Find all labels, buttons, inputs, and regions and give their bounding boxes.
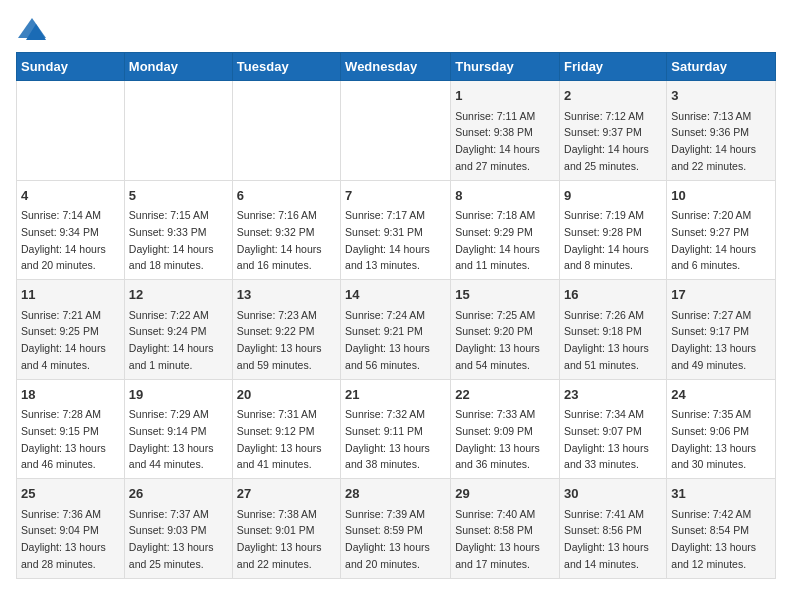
day-info: Sunrise: 7:28 AM Sunset: 9:15 PM Dayligh… [21, 408, 106, 470]
week-row-2: 4Sunrise: 7:14 AM Sunset: 9:34 PM Daylig… [17, 180, 776, 280]
day-number: 14 [345, 285, 446, 305]
day-cell: 21Sunrise: 7:32 AM Sunset: 9:11 PM Dayli… [341, 379, 451, 479]
logo [16, 16, 52, 44]
day-number: 27 [237, 484, 336, 504]
day-cell: 22Sunrise: 7:33 AM Sunset: 9:09 PM Dayli… [451, 379, 560, 479]
day-cell: 27Sunrise: 7:38 AM Sunset: 9:01 PM Dayli… [232, 479, 340, 579]
day-cell: 15Sunrise: 7:25 AM Sunset: 9:20 PM Dayli… [451, 280, 560, 380]
day-number: 26 [129, 484, 228, 504]
day-number: 10 [671, 186, 771, 206]
day-cell: 6Sunrise: 7:16 AM Sunset: 9:32 PM Daylig… [232, 180, 340, 280]
day-cell: 11Sunrise: 7:21 AM Sunset: 9:25 PM Dayli… [17, 280, 125, 380]
day-info: Sunrise: 7:27 AM Sunset: 9:17 PM Dayligh… [671, 309, 756, 371]
day-info: Sunrise: 7:34 AM Sunset: 9:07 PM Dayligh… [564, 408, 649, 470]
weekday-header-sunday: Sunday [17, 53, 125, 81]
day-cell: 23Sunrise: 7:34 AM Sunset: 9:07 PM Dayli… [560, 379, 667, 479]
day-info: Sunrise: 7:33 AM Sunset: 9:09 PM Dayligh… [455, 408, 540, 470]
day-info: Sunrise: 7:38 AM Sunset: 9:01 PM Dayligh… [237, 508, 322, 570]
day-cell: 19Sunrise: 7:29 AM Sunset: 9:14 PM Dayli… [124, 379, 232, 479]
day-number: 21 [345, 385, 446, 405]
day-number: 15 [455, 285, 555, 305]
day-cell: 24Sunrise: 7:35 AM Sunset: 9:06 PM Dayli… [667, 379, 776, 479]
day-cell: 18Sunrise: 7:28 AM Sunset: 9:15 PM Dayli… [17, 379, 125, 479]
day-info: Sunrise: 7:14 AM Sunset: 9:34 PM Dayligh… [21, 209, 106, 271]
weekday-header-friday: Friday [560, 53, 667, 81]
day-number: 5 [129, 186, 228, 206]
day-cell: 17Sunrise: 7:27 AM Sunset: 9:17 PM Dayli… [667, 280, 776, 380]
day-cell: 1Sunrise: 7:11 AM Sunset: 9:38 PM Daylig… [451, 81, 560, 181]
day-info: Sunrise: 7:25 AM Sunset: 9:20 PM Dayligh… [455, 309, 540, 371]
day-info: Sunrise: 7:36 AM Sunset: 9:04 PM Dayligh… [21, 508, 106, 570]
day-number: 25 [21, 484, 120, 504]
logo-icon [16, 16, 48, 44]
day-cell: 20Sunrise: 7:31 AM Sunset: 9:12 PM Dayli… [232, 379, 340, 479]
weekday-header-row: SundayMondayTuesdayWednesdayThursdayFrid… [17, 53, 776, 81]
day-number: 19 [129, 385, 228, 405]
header [16, 16, 776, 44]
day-cell: 31Sunrise: 7:42 AM Sunset: 8:54 PM Dayli… [667, 479, 776, 579]
day-number: 9 [564, 186, 662, 206]
day-number: 8 [455, 186, 555, 206]
weekday-header-tuesday: Tuesday [232, 53, 340, 81]
day-cell [341, 81, 451, 181]
day-cell: 13Sunrise: 7:23 AM Sunset: 9:22 PM Dayli… [232, 280, 340, 380]
day-info: Sunrise: 7:18 AM Sunset: 9:29 PM Dayligh… [455, 209, 540, 271]
day-info: Sunrise: 7:13 AM Sunset: 9:36 PM Dayligh… [671, 110, 756, 172]
weekday-header-wednesday: Wednesday [341, 53, 451, 81]
day-number: 17 [671, 285, 771, 305]
day-info: Sunrise: 7:22 AM Sunset: 9:24 PM Dayligh… [129, 309, 214, 371]
day-number: 22 [455, 385, 555, 405]
day-cell [232, 81, 340, 181]
day-cell: 5Sunrise: 7:15 AM Sunset: 9:33 PM Daylig… [124, 180, 232, 280]
day-cell [124, 81, 232, 181]
calendar-table: SundayMondayTuesdayWednesdayThursdayFrid… [16, 52, 776, 579]
day-info: Sunrise: 7:31 AM Sunset: 9:12 PM Dayligh… [237, 408, 322, 470]
day-info: Sunrise: 7:20 AM Sunset: 9:27 PM Dayligh… [671, 209, 756, 271]
day-info: Sunrise: 7:16 AM Sunset: 9:32 PM Dayligh… [237, 209, 322, 271]
week-row-4: 18Sunrise: 7:28 AM Sunset: 9:15 PM Dayli… [17, 379, 776, 479]
day-number: 20 [237, 385, 336, 405]
day-cell: 7Sunrise: 7:17 AM Sunset: 9:31 PM Daylig… [341, 180, 451, 280]
day-info: Sunrise: 7:12 AM Sunset: 9:37 PM Dayligh… [564, 110, 649, 172]
day-cell: 4Sunrise: 7:14 AM Sunset: 9:34 PM Daylig… [17, 180, 125, 280]
day-cell: 26Sunrise: 7:37 AM Sunset: 9:03 PM Dayli… [124, 479, 232, 579]
day-number: 18 [21, 385, 120, 405]
day-number: 6 [237, 186, 336, 206]
day-number: 29 [455, 484, 555, 504]
day-info: Sunrise: 7:39 AM Sunset: 8:59 PM Dayligh… [345, 508, 430, 570]
weekday-header-saturday: Saturday [667, 53, 776, 81]
day-number: 31 [671, 484, 771, 504]
week-row-5: 25Sunrise: 7:36 AM Sunset: 9:04 PM Dayli… [17, 479, 776, 579]
day-cell: 25Sunrise: 7:36 AM Sunset: 9:04 PM Dayli… [17, 479, 125, 579]
day-info: Sunrise: 7:32 AM Sunset: 9:11 PM Dayligh… [345, 408, 430, 470]
day-info: Sunrise: 7:21 AM Sunset: 9:25 PM Dayligh… [21, 309, 106, 371]
day-number: 4 [21, 186, 120, 206]
day-cell [17, 81, 125, 181]
day-cell: 30Sunrise: 7:41 AM Sunset: 8:56 PM Dayli… [560, 479, 667, 579]
day-number: 23 [564, 385, 662, 405]
day-number: 2 [564, 86, 662, 106]
day-info: Sunrise: 7:17 AM Sunset: 9:31 PM Dayligh… [345, 209, 430, 271]
day-info: Sunrise: 7:24 AM Sunset: 9:21 PM Dayligh… [345, 309, 430, 371]
day-cell: 29Sunrise: 7:40 AM Sunset: 8:58 PM Dayli… [451, 479, 560, 579]
day-number: 16 [564, 285, 662, 305]
day-info: Sunrise: 7:42 AM Sunset: 8:54 PM Dayligh… [671, 508, 756, 570]
day-number: 1 [455, 86, 555, 106]
day-cell: 28Sunrise: 7:39 AM Sunset: 8:59 PM Dayli… [341, 479, 451, 579]
day-cell: 12Sunrise: 7:22 AM Sunset: 9:24 PM Dayli… [124, 280, 232, 380]
day-info: Sunrise: 7:23 AM Sunset: 9:22 PM Dayligh… [237, 309, 322, 371]
day-cell: 16Sunrise: 7:26 AM Sunset: 9:18 PM Dayli… [560, 280, 667, 380]
week-row-1: 1Sunrise: 7:11 AM Sunset: 9:38 PM Daylig… [17, 81, 776, 181]
day-cell: 8Sunrise: 7:18 AM Sunset: 9:29 PM Daylig… [451, 180, 560, 280]
day-number: 12 [129, 285, 228, 305]
day-info: Sunrise: 7:35 AM Sunset: 9:06 PM Dayligh… [671, 408, 756, 470]
day-cell: 10Sunrise: 7:20 AM Sunset: 9:27 PM Dayli… [667, 180, 776, 280]
day-info: Sunrise: 7:15 AM Sunset: 9:33 PM Dayligh… [129, 209, 214, 271]
day-info: Sunrise: 7:11 AM Sunset: 9:38 PM Dayligh… [455, 110, 540, 172]
day-number: 11 [21, 285, 120, 305]
day-number: 7 [345, 186, 446, 206]
day-number: 24 [671, 385, 771, 405]
day-cell: 9Sunrise: 7:19 AM Sunset: 9:28 PM Daylig… [560, 180, 667, 280]
week-row-3: 11Sunrise: 7:21 AM Sunset: 9:25 PM Dayli… [17, 280, 776, 380]
day-number: 3 [671, 86, 771, 106]
